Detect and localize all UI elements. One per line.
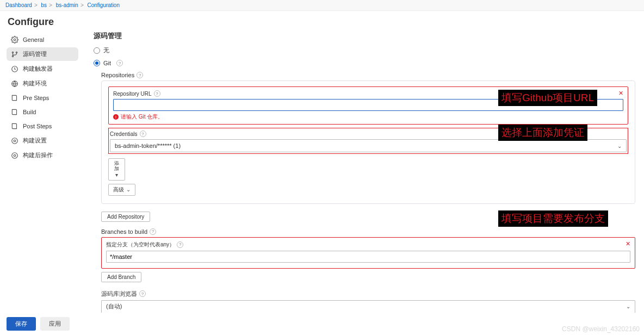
annotation: 选择上面添加凭证	[498, 125, 587, 141]
annotation: 填写项目需要发布分支	[498, 210, 608, 227]
page-title: Configure	[0, 11, 644, 31]
radio-icon	[94, 47, 100, 54]
svg-point-2	[12, 55, 13, 57]
sidebar-item-env[interactable]: 构建环境	[7, 77, 78, 90]
breadcrumb: Dashboard> bs> bs-admin> Configuration	[0, 0, 644, 11]
add-repository-button[interactable]: Add Repository	[101, 212, 150, 222]
breadcrumb-item[interactable]: Configuration	[88, 2, 120, 8]
sidebar-item-postbuild[interactable]: 构建后操作	[7, 148, 78, 162]
help-icon[interactable]: ?	[154, 90, 160, 97]
radio-label: Git	[103, 60, 111, 66]
help-icon[interactable]: ?	[177, 241, 183, 248]
close-icon[interactable]: ✕	[617, 89, 624, 97]
advanced-button[interactable]: 高级⌄	[108, 184, 135, 196]
sidebar-item-label: 构建环境	[23, 79, 47, 88]
sidebar-item-label: 构建后操作	[23, 151, 53, 159]
sidebar-item-label: Build	[23, 109, 36, 115]
sidebar-item-scm[interactable]: 源码管理	[7, 47, 78, 61]
branch-icon	[11, 51, 18, 58]
breadcrumb-item[interactable]: bs	[41, 2, 47, 8]
chevron-down-icon: ⌄	[626, 303, 630, 309]
chevron-down-icon: ⌄	[617, 143, 622, 149]
sidebar-item-label: 构建设置	[23, 137, 47, 145]
help-icon[interactable]: ?	[137, 72, 143, 78]
help-icon[interactable]: ?	[139, 290, 146, 297]
help-icon[interactable]: ?	[116, 60, 123, 66]
book-icon	[11, 94, 18, 102]
sidebar-item-label: General	[23, 36, 44, 43]
sidebar-item-triggers[interactable]: 构建触发器	[7, 62, 78, 76]
svg-point-8	[14, 154, 16, 157]
svg-point-0	[14, 39, 16, 41]
repo-url-error: !请输入 Git 仓库。	[113, 113, 623, 121]
apply-button[interactable]: 应用	[40, 317, 70, 331]
breadcrumb-item[interactable]: bs-admin	[56, 2, 78, 8]
repo-browser-label: 源码库浏览器?	[101, 290, 635, 298]
annotation: 填写Github项目URL	[498, 90, 597, 106]
clock-icon	[11, 65, 18, 73]
gear-icon	[11, 152, 18, 159]
sidebar-item-presteps[interactable]: Pre Steps	[7, 91, 78, 104]
sidebar: General 源码管理 构建触发器 构建环境 Pre Steps Build …	[0, 31, 85, 335]
sidebar-item-label: Post Steps	[23, 123, 52, 129]
branch-spec-input[interactable]	[106, 251, 630, 263]
add-credentials-button[interactable]: 添加▾	[108, 158, 125, 181]
svg-point-6	[14, 140, 16, 142]
watermark: CSDN @weixin_43202160	[562, 325, 640, 333]
help-icon[interactable]: ?	[150, 228, 156, 235]
sidebar-item-settings[interactable]: 构建设置	[7, 134, 78, 147]
chevron-down-icon: ⌄	[126, 187, 131, 193]
book-icon	[11, 122, 18, 130]
branch-spec-group: ✕ 指定分支（为空时代表any）?	[101, 237, 635, 269]
sidebar-item-poststeps[interactable]: Post Steps	[7, 120, 78, 133]
book-icon	[11, 108, 18, 116]
scm-section-title: 源码管理	[94, 31, 635, 41]
close-icon[interactable]: ✕	[624, 240, 631, 247]
breadcrumb-item[interactable]: Dashboard	[5, 2, 32, 8]
main-content: 源码管理 无 Git? Repositories? ✕ Repository U…	[85, 31, 644, 335]
scm-option-git[interactable]: Git?	[94, 60, 635, 66]
bottom-bar: 保存 应用	[0, 313, 644, 335]
sidebar-item-build[interactable]: Build	[7, 106, 78, 119]
add-branch-button[interactable]: Add Branch	[101, 272, 141, 282]
radio-icon	[94, 60, 100, 66]
globe-icon	[11, 80, 18, 88]
sidebar-item-label: 源码管理	[23, 50, 47, 58]
chevron-down-icon: ▾	[115, 172, 118, 178]
save-button[interactable]: 保存	[7, 317, 36, 331]
error-icon: !	[113, 114, 119, 120]
sidebar-item-label: 构建触发器	[23, 65, 53, 73]
scm-option-none[interactable]: 无	[94, 46, 635, 54]
svg-point-1	[12, 52, 13, 53]
gear-icon	[11, 36, 18, 44]
sidebar-item-general[interactable]: General	[7, 33, 78, 46]
repo-browser-select[interactable]: (自动)⌄	[101, 300, 635, 313]
svg-point-7	[12, 138, 18, 144]
repositories-label: Repositories?	[101, 72, 635, 78]
gear-icon	[11, 137, 18, 145]
svg-point-9	[12, 152, 18, 158]
sidebar-item-label: Pre Steps	[23, 95, 49, 101]
branch-spec-label: 指定分支（为空时代表any）?	[106, 241, 630, 249]
help-icon[interactable]: ?	[140, 131, 146, 137]
radio-label: 无	[103, 46, 109, 54]
branches-label: Branches to build?	[101, 228, 635, 235]
credentials-select[interactable]: bs-admin-token/****** (1)⌄	[110, 139, 627, 152]
svg-point-3	[16, 52, 17, 53]
